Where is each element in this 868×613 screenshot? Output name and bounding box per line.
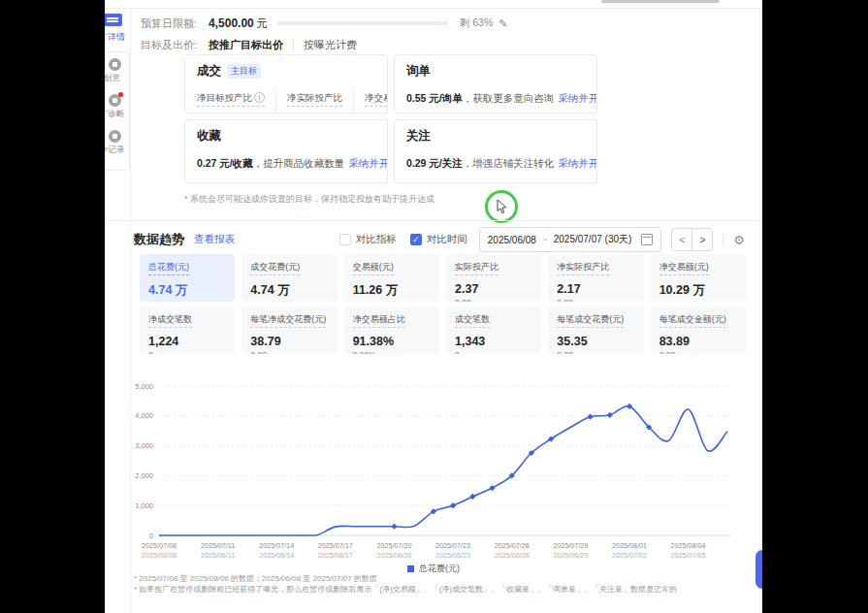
metric-compare-value: 0.00 xyxy=(250,301,328,302)
budget-label: 预算日限额: xyxy=(141,16,197,31)
compare-metric-checkbox[interactable]: 对比指标 xyxy=(339,233,397,246)
adopt-enable-link[interactable]: 采纳并开启 xyxy=(558,157,597,169)
metric-card[interactable]: 每笔成交金额(元) 83.89 0.00 xyxy=(651,306,746,354)
metric-compare-value: 0.00 xyxy=(557,298,634,302)
goal-card-deal[interactable]: 成交 主目标 净目标投产比i 2.45✎ 净实际投产比 2.17 净交易额(元)… xyxy=(184,54,388,113)
click-indicator-circle xyxy=(485,190,518,223)
x-tick-compare-label: 2025/06/29 xyxy=(553,551,588,560)
metric-label: 总花费(元) xyxy=(148,261,189,275)
budget-remaining: 剩 63% xyxy=(460,16,493,30)
adopt-enable-link[interactable]: 采纳并开启 xyxy=(348,157,388,169)
y-tick-label: 2,000 xyxy=(135,471,153,480)
metric-card[interactable]: 每笔成交花费(元) 35.35 0.00 xyxy=(548,306,643,354)
metric-card[interactable]: 净实际投产比 2.17 0.00 xyxy=(548,254,643,302)
metric-label: 成交笔数 xyxy=(455,313,490,328)
x-tick-label: 2025/07/20 xyxy=(376,541,411,550)
x-tick-compare-label: 2025/07/02 xyxy=(612,551,647,560)
data-point[interactable] xyxy=(391,524,397,530)
goal-card-title: 成交 主目标 xyxy=(197,63,375,80)
metric-card[interactable]: 实际投产比 2.37 0.00 xyxy=(446,254,541,302)
legend-label: 总花费(元) xyxy=(419,564,460,573)
compare-time-checkbox[interactable]: ✓ 对比时间 xyxy=(410,233,467,246)
metric-card[interactable]: 成交花费(元) 4.74 万 0.00 xyxy=(241,254,337,302)
prev-period-button[interactable]: < xyxy=(671,228,692,251)
goal-bid-row: 目标及出价: 按推广目标出价 按曝光计费 xyxy=(141,38,357,52)
metric-compare-value: 0.00 xyxy=(148,301,226,302)
date-range-picker[interactable]: 2025/06/08 ~ 2025/07/07 (30天) xyxy=(479,227,662,252)
x-tick-label: 2025/07/08 xyxy=(142,541,177,550)
data-point[interactable] xyxy=(469,494,475,500)
diagnosis-icon xyxy=(109,94,121,107)
metric-compare-value: 0.00 xyxy=(353,301,431,302)
metric-card[interactable]: 净成交笔数 1,224 0 xyxy=(140,306,235,354)
metric-value: 4.74 万 xyxy=(250,282,328,299)
next-period-button[interactable]: > xyxy=(691,228,713,251)
x-tick-label: 2025/07/26 xyxy=(495,541,530,550)
date-pager: < > xyxy=(671,228,713,251)
divider xyxy=(293,40,294,50)
metric-compare-value: 0.00 xyxy=(659,301,737,302)
data-point[interactable] xyxy=(607,412,613,418)
metric-card[interactable]: 净交易额占比 91.38% 0.00% xyxy=(344,306,439,354)
goal-card-inquiry[interactable]: 询单 0.55 元/询单，获取更多意向咨询采纳并开启 xyxy=(394,54,597,113)
sidebar-item-creative[interactable]: 创意 xyxy=(105,58,129,84)
data-point[interactable] xyxy=(587,414,593,420)
x-tick-compare-label: 2025/06/20 xyxy=(376,551,411,560)
x-tick-compare-label: 2025/06/11 xyxy=(201,551,235,560)
metric-card[interactable]: 每笔净成交花费(元) 38.79 0.00 xyxy=(241,306,337,354)
metric-value: 91.38% xyxy=(353,335,431,348)
metric-label: 每笔成交金额(元) xyxy=(659,313,726,328)
metric-card[interactable]: 净交易额(元) 10.29 万 0.00 xyxy=(651,254,746,302)
calendar-icon xyxy=(641,234,653,245)
x-tick-label: 2025/07/11 xyxy=(201,541,235,550)
x-tick-compare-label: 2025/07/05 xyxy=(671,551,706,560)
metric-value: 1,343 xyxy=(455,335,532,348)
spend-line xyxy=(159,406,727,535)
floating-widget[interactable] xyxy=(755,550,762,589)
x-tick-compare-label: 2025/06/17 xyxy=(318,551,353,560)
y-tick-label: 4,000 xyxy=(135,411,153,420)
metric-label: 净成交笔数 xyxy=(148,313,192,328)
creative-icon xyxy=(109,58,121,71)
metric-label: 每笔净成交花费(元) xyxy=(250,313,326,328)
goal-card-favorite[interactable]: 收藏 0.27 元/收藏，提升商品收藏数量采纳并开启 xyxy=(184,119,388,183)
metric-value: 10.29 万 xyxy=(659,282,737,299)
y-tick-label: 0 xyxy=(149,532,153,540)
budget-unit: 元 xyxy=(257,16,268,31)
view-report-link[interactable]: 查看报表 xyxy=(194,233,235,246)
metric-value: 35.35 xyxy=(557,335,634,348)
horizontal-scrollbar[interactable] xyxy=(601,0,720,3)
metric-card[interactable]: 总花费(元) 4.74 万 0.00 xyxy=(140,254,235,302)
metric-card[interactable]: 交易额(元) 11.26 万 0.00 xyxy=(344,254,439,302)
adopt-enable-link[interactable]: 采纳并开启 xyxy=(558,92,597,104)
sidebar-item-history[interactable]: 作记录 xyxy=(105,130,129,156)
sidebar-item-promo-detail[interactable]: 广详情 xyxy=(105,31,130,44)
metric-card[interactable]: 成交笔数 1,343 0 xyxy=(446,306,541,354)
edit-budget-icon[interactable]: ✎ xyxy=(498,17,507,30)
goal-card-title: 询单 xyxy=(406,63,585,80)
stat-net-target-roi: 净目标投产比i 2.45✎ xyxy=(197,87,275,113)
data-point[interactable] xyxy=(627,403,632,409)
metric-label: 净实际投产比 xyxy=(557,261,609,275)
deal-stats: 净目标投产比i 2.45✎ 净实际投产比 2.17 净交易额(元) 102946… xyxy=(197,87,375,113)
metric-compare-value: 0.00 xyxy=(455,298,532,302)
metric-label: 成交花费(元) xyxy=(250,261,300,275)
data-point[interactable] xyxy=(450,502,456,508)
trend-chart[interactable]: 01,0002,0003,0004,0005,0002025/07/082025… xyxy=(134,382,735,566)
metric-label: 每笔成交花费(元) xyxy=(557,313,624,328)
metric-value: 83.89 xyxy=(659,335,737,348)
sidebar-item-diagnosis[interactable]: 广诊断 xyxy=(105,94,129,120)
bid-mode-by-impression[interactable]: 按曝光计费 xyxy=(304,38,357,52)
plan-badge[interactable] xyxy=(105,14,122,26)
x-tick-label: 2025/08/04 xyxy=(671,541,706,550)
metric-cards-grid: 总花费(元) 4.74 万 0.00 成交花费(元) 4.74 万 0.00 交… xyxy=(140,254,746,354)
goal-card-follow[interactable]: 关注 0.29 元/关注，增强店铺关注转化采纳并开启 xyxy=(394,119,597,183)
daily-budget-row: 预算日限额: 4,500.00 元 剩 63% ✎ xyxy=(141,15,507,32)
bid-mode-by-goal[interactable]: 按推广目标出价 xyxy=(209,38,283,52)
gear-icon[interactable]: ⚙ xyxy=(733,233,745,247)
metric-compare-value: 0 xyxy=(148,350,226,354)
info-icon[interactable]: i xyxy=(254,92,265,103)
metric-value: 4.74 万 xyxy=(148,282,226,299)
data-point[interactable] xyxy=(489,485,495,491)
screen: 广详情 创意 广诊断 作记录 预算日限额: 4,500.00 元 xyxy=(0,0,868,613)
